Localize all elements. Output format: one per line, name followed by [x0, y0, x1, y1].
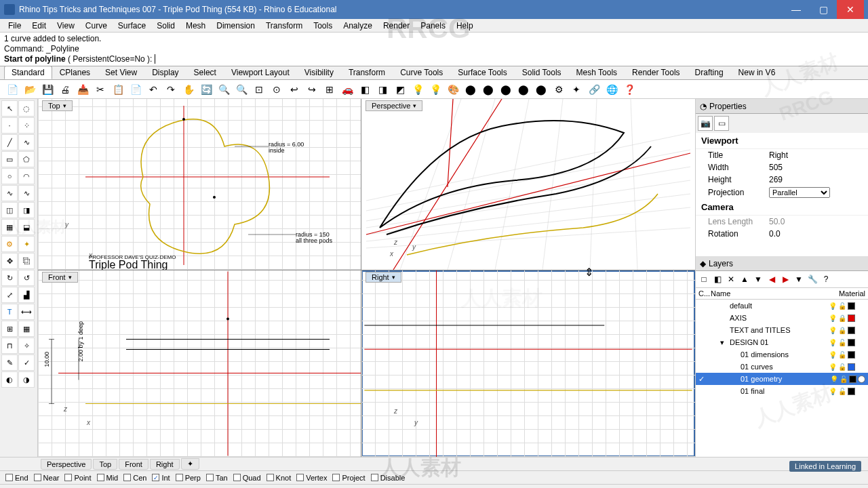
new-icon[interactable]: 📄 [4, 81, 20, 98]
menu-dimension[interactable]: Dimension [211, 20, 260, 32]
new-sublayer-icon[interactable]: ◧ [711, 273, 724, 285]
layer-icon[interactable]: ◩ [392, 81, 408, 98]
points-icon[interactable]: ⁘ [18, 117, 35, 134]
surface-icon[interactable]: ◫ [1, 202, 18, 218]
explode-icon[interactable]: ✧ [18, 338, 35, 354]
btab-top[interactable]: Top [93, 459, 117, 470]
viewport-front[interactable]: Front▾ z x 2.00 by 1 deep 10.00 [38, 270, 361, 457]
dim-icon[interactable]: ⟷ [18, 304, 35, 320]
tab-setview[interactable]: Set View [98, 66, 144, 79]
spark-icon[interactable]: ✦ [568, 81, 585, 98]
sphere2-icon[interactable]: ⬤ [498, 81, 514, 98]
menu-transform[interactable]: Transform [260, 20, 308, 32]
tool3-icon[interactable]: ◐ [1, 371, 18, 388]
4view-icon[interactable]: ⊞ [321, 81, 338, 98]
viewport-perspective-title[interactable]: Perspective▾ [366, 100, 422, 111]
redo-view-icon[interactable]: ↪ [304, 81, 320, 98]
curve2-icon[interactable]: ∿ [18, 185, 35, 201]
osnap-cen[interactable]: Cen [123, 474, 146, 482]
mesh-icon[interactable]: ▦ [1, 219, 18, 235]
tab-display[interactable]: Display [144, 66, 186, 79]
copy-icon[interactable]: 📋 [110, 81, 126, 98]
tab-curve-tools[interactable]: Curve Tools [393, 66, 450, 79]
menu-analyze[interactable]: Analyze [338, 20, 378, 32]
layer-row[interactable]: TEXT and TITLES💡🔒 [696, 324, 868, 336]
close-button[interactable]: ✕ [837, 0, 864, 19]
menu-file[interactable]: File [3, 20, 26, 32]
show-icon[interactable]: 💡 [427, 81, 443, 98]
text-icon[interactable]: T [1, 304, 18, 320]
layer-row[interactable]: 01 dimensions💡🔓 [696, 348, 868, 361]
viewport-perspective[interactable]: Perspective▾ z y x [361, 99, 695, 270]
prop-projection-select[interactable]: Parallel [769, 187, 830, 198]
prop-width-value[interactable]: 505 [769, 163, 863, 172]
prop-height-value[interactable]: 269 [769, 175, 863, 184]
zoom-selected-icon[interactable]: ⊙ [269, 81, 285, 98]
osnap-near[interactable]: Near [34, 474, 60, 482]
tool2-icon[interactable]: ✓ [18, 354, 35, 371]
redo-icon[interactable]: ↷ [163, 81, 179, 98]
prop-title-value[interactable]: Right [769, 150, 863, 160]
filter-icon[interactable]: ▼ [793, 273, 805, 285]
menu-render[interactable]: Render [378, 20, 415, 32]
layer-row[interactable]: AXIS💡🔒 [696, 312, 868, 324]
undo-view-icon[interactable]: ↩ [286, 81, 302, 98]
tab-standard[interactable]: Standard [4, 66, 52, 79]
solid-icon[interactable]: ◨ [18, 202, 35, 218]
tab-visibility[interactable]: Visibility [297, 66, 341, 79]
delete-layer-icon[interactable]: ✕ [725, 273, 737, 285]
command-area[interactable]: 1 curve added to selection. Command: _Po… [0, 33, 868, 66]
zoom-icon[interactable]: 🔍 [216, 81, 232, 98]
osnap-vertex[interactable]: Vertex [296, 474, 327, 482]
pan-icon[interactable]: ✋ [180, 81, 197, 98]
globe-icon[interactable]: 🌐 [604, 81, 620, 98]
tab-mesh-tools[interactable]: Mesh Tools [569, 66, 625, 79]
polygon-icon[interactable]: ⬠ [18, 151, 35, 167]
open-icon[interactable]: 📂 [22, 81, 38, 98]
lasso-icon[interactable]: ◌ [18, 100, 35, 117]
car-icon[interactable]: 🚗 [339, 81, 355, 98]
tab-new-v6[interactable]: New in V6 [731, 66, 783, 79]
options-icon[interactable]: ⚙ [551, 81, 567, 98]
btab-right[interactable]: Right [150, 459, 180, 470]
layer-row[interactable]: ✓01 geometry💡🔓 [696, 373, 868, 385]
osnap-int[interactable]: Int [152, 474, 170, 482]
paste-icon[interactable]: 📄 [127, 81, 144, 98]
menu-tools[interactable]: Tools [308, 20, 338, 32]
layer-help-icon[interactable]: ? [820, 273, 832, 285]
sphere3-icon[interactable]: ⬤ [515, 81, 532, 98]
btab-front[interactable]: Front [119, 459, 149, 470]
tool4-icon[interactable]: ◑ [18, 371, 35, 388]
gear-icon[interactable]: ⚙ [1, 236, 18, 252]
tab-select[interactable]: Select [186, 66, 224, 79]
tool1-icon[interactable]: ✎ [1, 354, 18, 371]
menu-curve[interactable]: Curve [80, 20, 113, 32]
join-icon[interactable]: ⊓ [1, 338, 18, 354]
shade-icon[interactable]: ⬤ [462, 81, 479, 98]
command-options[interactable]: ( PersistentClose=No ): [68, 54, 152, 64]
viewport-right[interactable]: Right▾ z y [361, 270, 695, 457]
cplane-icon[interactable]: ◧ [357, 81, 373, 98]
tab-surface-tools[interactable]: Surface Tools [450, 66, 515, 79]
osnap-perp[interactable]: Perp [176, 474, 201, 482]
pointer-icon[interactable]: ↖ [1, 100, 18, 117]
osnap-tan[interactable]: Tan [206, 474, 228, 482]
arc-icon[interactable]: ◠ [18, 168, 35, 184]
copy2-icon[interactable]: ⿻ [18, 253, 35, 269]
left-icon[interactable]: ◀ [766, 273, 778, 285]
sphere1-icon[interactable]: ⬤ [480, 81, 496, 98]
osnap-project[interactable]: Project [332, 474, 365, 482]
sphere4-icon[interactable]: ⬤ [533, 81, 549, 98]
menu-mesh[interactable]: Mesh [180, 20, 211, 32]
print-icon[interactable]: 🖨 [57, 81, 73, 98]
osnap-quad[interactable]: Quad [233, 474, 261, 482]
up-icon[interactable]: ▲ [738, 273, 751, 285]
minimize-button[interactable]: — [783, 0, 810, 19]
rotate2-icon[interactable]: ↻ [1, 270, 18, 286]
rotate3-icon[interactable]: ↺ [18, 270, 35, 286]
link-icon[interactable]: 🔗 [586, 81, 602, 98]
array-icon[interactable]: ⊞ [1, 321, 18, 337]
osnap-end[interactable]: End [5, 474, 28, 482]
tab-drafting[interactable]: Drafting [688, 66, 731, 79]
maximize-button[interactable]: ▢ [810, 0, 837, 19]
